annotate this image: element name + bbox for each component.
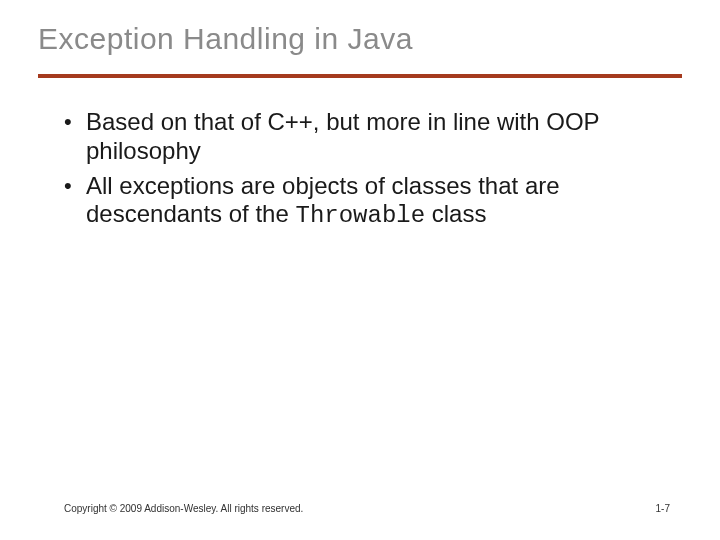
footer-page-number: 1-7 bbox=[656, 503, 670, 514]
bullet-item: All exceptions are objects of classes th… bbox=[64, 172, 670, 232]
title-underline bbox=[38, 74, 682, 78]
bullet-item: Based on that of C++, but more in line w… bbox=[64, 108, 670, 168]
bullet-text-post: class bbox=[425, 200, 486, 227]
bullet-text: Based on that of C++, but more in line w… bbox=[86, 108, 599, 164]
bullet-code: Throwable bbox=[295, 202, 425, 229]
slide: Exception Handling in Java Based on that… bbox=[0, 0, 720, 540]
footer-copyright: Copyright © 2009 Addison-Wesley. All rig… bbox=[64, 503, 303, 514]
slide-body: Based on that of C++, but more in line w… bbox=[64, 108, 670, 235]
slide-title: Exception Handling in Java bbox=[38, 22, 682, 56]
